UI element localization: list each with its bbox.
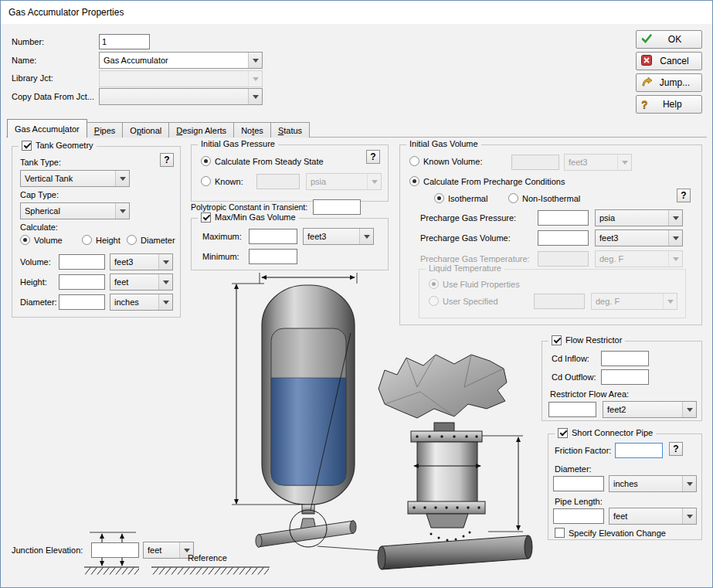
tab-optional[interactable]: Optional [122, 122, 169, 138]
minimum-input[interactable] [249, 249, 297, 264]
number-input[interactable] [99, 34, 150, 49]
polytropic-input[interactable] [313, 199, 361, 215]
flow-restrictor-group: Flow Restrictor Cd Inflow: Cd Outflow: R… [542, 341, 702, 421]
volume-unit-combo[interactable]: feet3 [110, 253, 173, 270]
tank-geometry-help-button[interactable]: ? [160, 153, 174, 167]
tab-label: O [130, 126, 137, 135]
junction-elevation-unit-combo[interactable]: feet [143, 542, 194, 559]
flow-restrictor-checkbox[interactable] [552, 335, 562, 345]
radio-icon [82, 235, 92, 245]
use-fluid-properties-radio: Use Fluid Properties [429, 279, 520, 289]
chevron-down-icon [158, 274, 172, 290]
known-pressure-unit-value: psia [307, 177, 367, 186]
max-min-gas-volume-group: Max/Min Gas Volume Maximum: feet3 Minimu… [191, 218, 389, 270]
calc-height-radio[interactable]: Height [82, 235, 121, 245]
junction-elevation-input[interactable] [91, 542, 139, 558]
known-pressure-radio[interactable]: Known: [201, 176, 243, 186]
connector-diameter-input[interactable] [553, 476, 604, 491]
restrictor-area-input[interactable] [548, 402, 596, 417]
number-label: Number: [12, 37, 44, 46]
precharge-conditions-label: Calculate From Precharge Conditions [423, 177, 565, 186]
calc-volume-radio[interactable]: Volume [20, 235, 63, 245]
jump-button[interactable]: Jump... [636, 73, 702, 92]
pipe-length-input[interactable] [553, 508, 604, 524]
precharge-pressure-unit-combo[interactable]: psia [595, 209, 683, 226]
window-title: Gas Accumulator Properties [8, 7, 124, 18]
tab-pipes[interactable]: Pipes [87, 122, 124, 138]
cd-inflow-label: Cd Inflow: [552, 354, 589, 363]
radio-icon [409, 156, 419, 166]
diameter-input[interactable] [59, 294, 105, 310]
calc-diameter-radio[interactable]: Diameter [127, 235, 175, 245]
cap-type-combo[interactable]: Spherical [20, 202, 130, 219]
tab-label: esign Alerts [182, 126, 226, 135]
known-volume-radio[interactable]: Known Volume: [409, 156, 482, 166]
precharge-conditions-radio[interactable]: Calculate From Precharge Conditions [409, 176, 565, 186]
name-label: Name: [12, 56, 36, 65]
chevron-down-icon [367, 174, 381, 189]
chevron-down-icon [617, 155, 631, 170]
friction-factor-input[interactable] [615, 443, 663, 458]
specify-elevation-checkbox-row[interactable]: Specify Elevation Change [555, 528, 666, 538]
cancel-button[interactable]: Cancel [636, 52, 702, 70]
non-isothermal-radio[interactable]: Non-Isothermal [508, 193, 580, 203]
tank-drawing [256, 285, 356, 547]
initial-gas-volume-group: Initial Gas Volume Known Volume: feet3 C… [399, 144, 702, 325]
chevron-down-icon [682, 476, 696, 491]
tab-design-alerts[interactable]: Design Alerts [168, 122, 234, 138]
tab-notes[interactable]: Notes [233, 122, 271, 138]
name-combo[interactable]: Gas Accumulator [99, 52, 263, 69]
radio-icon [201, 176, 211, 186]
initial-gas-pressure-title: Initial Gas Pressure [201, 138, 275, 149]
connector-diameter-unit-value: inches [609, 479, 682, 488]
copy-data-combo[interactable] [99, 88, 263, 105]
volume-unit-value: feet3 [110, 257, 158, 267]
tank-type-combo[interactable]: Vertical Tank [20, 170, 130, 187]
friction-factor-help-button[interactable]: ? [669, 442, 683, 456]
tab-label: tional [141, 126, 161, 135]
height-unit-combo[interactable]: feet [110, 274, 173, 291]
height-input[interactable] [59, 274, 105, 290]
tank-geometry-checkbox[interactable] [22, 141, 32, 151]
maximum-input[interactable] [249, 229, 297, 244]
user-specified-radio: User Specified [429, 296, 498, 306]
short-connector-title: Short Connector Pipe [572, 427, 653, 438]
precharge-volume-input[interactable] [538, 230, 589, 246]
tab-gas-accumulator[interactable]: Gas Accumulator [7, 119, 87, 138]
junction-elevation-unit-value: feet [144, 546, 179, 555]
precharge-pressure-input[interactable] [538, 210, 589, 226]
precharge-volume-label: Precharge Gas Volume: [420, 233, 511, 243]
pipe-length-unit-combo[interactable]: feet [609, 508, 697, 525]
initial-gas-volume-help-button[interactable]: ? [677, 189, 691, 202]
steady-state-radio[interactable]: Calculate From Steady State [201, 156, 324, 166]
max-min-checkbox[interactable] [201, 212, 211, 223]
restrictor-area-unit-combo[interactable]: feet2 [603, 401, 697, 418]
known-volume-label: Known Volume: [423, 157, 482, 166]
tab-label: tatus [284, 126, 302, 135]
jump-arrow-icon [641, 76, 653, 90]
check-icon [641, 33, 653, 46]
initial-gas-pressure-help-button[interactable]: ? [366, 150, 380, 164]
specify-elevation-label: Specify Elevation Change [569, 529, 666, 538]
maximum-unit-combo[interactable]: feet3 [303, 228, 374, 245]
connector-diameter-unit-combo[interactable]: inches [609, 475, 697, 492]
user-specified-label: User Specified [443, 297, 498, 306]
tab-label-accel: D [176, 126, 182, 135]
cd-outflow-input[interactable] [601, 369, 649, 385]
diameter-unit-combo[interactable]: inches [110, 294, 173, 311]
liquid-temperature-title: Liquid Temperature [429, 263, 501, 274]
ok-button[interactable]: OK [636, 30, 702, 49]
short-connector-checkbox[interactable] [558, 428, 568, 438]
tab-status[interactable]: Status [270, 122, 310, 138]
flow-restrictor-title: Flow Restrictor [565, 335, 622, 345]
isothermal-radio[interactable]: Isothermal [434, 193, 487, 203]
radio-icon [409, 176, 419, 186]
help-button[interactable]: ? Help [636, 95, 702, 114]
user-specified-input [534, 294, 585, 309]
radio-icon [429, 279, 439, 289]
cd-inflow-input[interactable] [601, 351, 649, 366]
precharge-volume-unit-combo[interactable]: feet3 [595, 229, 683, 246]
junction-elevation-label: Junction Elevation: [12, 546, 83, 555]
volume-input[interactable] [59, 254, 105, 270]
chevron-down-icon [115, 171, 129, 186]
